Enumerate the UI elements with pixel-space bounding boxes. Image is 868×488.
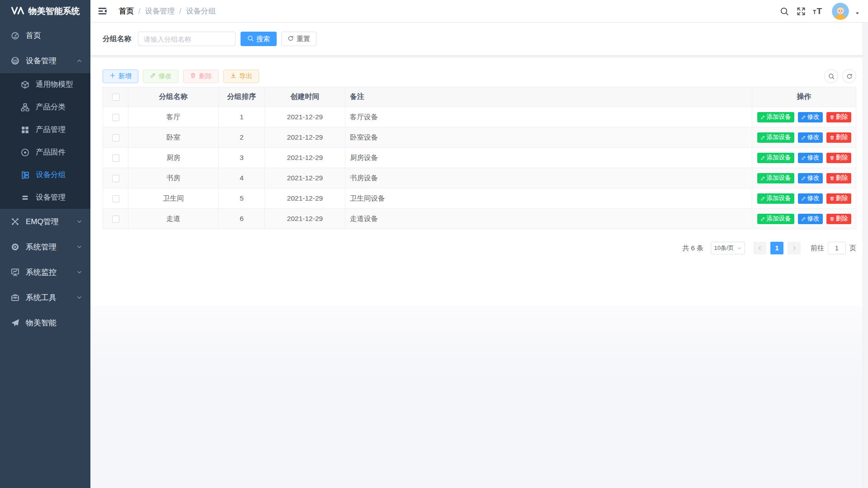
breadcrumb-item[interactable]: 设备管理 (145, 6, 175, 16)
breadcrumb-item[interactable]: 首页 (119, 6, 134, 16)
delete-button[interactable]: 删除 (183, 70, 219, 83)
user-menu-caret-icon[interactable] (855, 11, 860, 16)
row-checkbox[interactable] (112, 175, 119, 182)
refresh-table-button[interactable] (842, 69, 856, 83)
export-button[interactable]: 导出 (223, 70, 259, 83)
trash-icon (830, 135, 835, 140)
edit-button[interactable]: 修改 (143, 70, 179, 83)
edit-row-button[interactable]: 修改 (798, 112, 823, 122)
sidebar-item-wumei-smart[interactable]: 物美智能 (0, 310, 90, 335)
cell-group-name: 客厅 (128, 107, 219, 127)
sidebar-item-product-firmware[interactable]: 产品固件 (0, 141, 90, 164)
sidebar-item-emq-mgmt[interactable]: EMQ管理 (0, 209, 90, 234)
sidebar-item-device-mgmt[interactable]: 设备管理 (0, 48, 90, 73)
cell-group-name: 卧室 (128, 127, 219, 148)
add-device-button[interactable]: 添加设备 (757, 193, 794, 204)
sidebar-item-system-mgmt[interactable]: 系统管理 (0, 234, 90, 259)
add-device-button[interactable]: 添加设备 (757, 153, 794, 163)
scrollbar-gutter[interactable] (863, 23, 868, 488)
breadcrumb-separator: / (179, 7, 182, 15)
cell-created: 2021-12-29 (265, 107, 345, 127)
edit-row-button[interactable]: 修改 (798, 153, 823, 163)
add-device-button[interactable]: 添加设备 (757, 214, 794, 224)
device-mgmt-submenu: 通用物模型产品分类产品管理产品固件设备分组设备管理 (0, 73, 90, 209)
sidebar-item-product-mgmt[interactable]: 产品管理 (0, 118, 90, 141)
group-name-input[interactable] (138, 32, 236, 46)
logo-mark-icon (11, 6, 24, 17)
table-section: 新增 修改 删除 (90, 57, 863, 306)
edit-icon (801, 115, 806, 120)
sidebar-item-label: 物美智能 (26, 318, 57, 328)
page-size-select[interactable]: 10条/页 (711, 242, 745, 254)
cell-remark: 走道设备 (345, 209, 752, 229)
page-number-1[interactable]: 1 (770, 242, 783, 254)
delete-row-button[interactable]: 删除 (826, 214, 851, 224)
edit-row-button[interactable]: 修改 (798, 173, 823, 183)
sidebar-item-device-group[interactable]: 设备分组 (0, 164, 90, 186)
sidebar-item-device-list[interactable]: 设备管理 (0, 186, 90, 209)
row-checkbox[interactable] (112, 134, 119, 141)
toggle-search-button[interactable] (824, 69, 838, 83)
cell-remark: 卫生间设备 (345, 188, 752, 209)
edit-row-button[interactable]: 修改 (798, 132, 823, 143)
table-row: 走道62021-12-29走道设备添加设备修改删除 (103, 209, 856, 229)
delete-row-button[interactable]: 删除 (826, 193, 851, 204)
edit-icon (801, 196, 806, 201)
sidebar-item-home[interactable]: 首页 (0, 23, 90, 48)
col-actions: 操作 (752, 87, 856, 107)
table-toolbar: 新增 修改 删除 (103, 69, 856, 83)
edit-row-button[interactable]: 修改 (798, 193, 823, 204)
add-device-button[interactable]: 添加设备 (757, 173, 794, 183)
header-search-icon[interactable] (779, 6, 789, 16)
prev-page-button[interactable] (753, 242, 766, 254)
trash-icon (830, 196, 835, 201)
col-group-order: 分组排序 (219, 87, 265, 107)
delete-row-button[interactable]: 删除 (826, 173, 851, 183)
bars-icon (21, 193, 30, 202)
sidebar-item-label: 设备分组 (36, 170, 66, 180)
search-button[interactable]: 搜索 (241, 32, 277, 46)
delete-row-button[interactable]: 删除 (826, 153, 851, 163)
goto-page-input[interactable] (828, 242, 846, 254)
delete-row-button[interactable]: 删除 (826, 112, 851, 122)
font-size-icon[interactable]: TT (813, 7, 822, 15)
sidebar-item-label: 产品分类 (36, 102, 66, 112)
select-all-checkbox[interactable] (112, 94, 119, 101)
monitor-icon (11, 267, 20, 277)
delete-row-button[interactable]: 删除 (826, 132, 851, 143)
cell-group-order: 5 (219, 188, 265, 209)
sidebar-item-general-model[interactable]: 通用物模型 (0, 73, 90, 96)
sidebar-item-label: 系统监控 (26, 267, 57, 277)
chevron-down-icon (76, 244, 82, 250)
avatar[interactable] (832, 3, 849, 20)
cell-group-order: 4 (219, 168, 265, 188)
row-checkbox[interactable] (112, 195, 119, 202)
add-device-button[interactable]: 添加设备 (757, 112, 794, 122)
chevron-down-icon (737, 246, 742, 251)
fullscreen-icon[interactable] (796, 6, 806, 16)
add-device-button[interactable]: 添加设备 (757, 132, 794, 143)
chevron-down-icon (76, 295, 82, 300)
next-page-button[interactable] (788, 242, 801, 254)
cell-group-order: 2 (219, 127, 265, 148)
edit-icon (801, 216, 806, 221)
sidebar-item-system-tools[interactable]: 系统工具 (0, 285, 90, 310)
edit-row-button[interactable]: 修改 (798, 214, 823, 224)
cell-created: 2021-12-29 (265, 148, 345, 168)
chevron-up-icon (76, 58, 82, 64)
edit-icon (801, 176, 806, 181)
add-button[interactable]: 新增 (103, 70, 138, 83)
sidebar-item-label: 产品固件 (36, 147, 66, 157)
cell-group-order: 3 (219, 148, 265, 168)
sidebar-collapse-button[interactable] (98, 6, 108, 16)
sidebar-item-system-monitor[interactable]: 系统监控 (0, 259, 90, 285)
row-checkbox[interactable] (112, 216, 119, 223)
row-checkbox[interactable] (112, 114, 119, 121)
sidebar-item-label: 设备管理 (36, 192, 66, 202)
app-logo[interactable]: 物美智能系统 (0, 0, 90, 23)
download-icon (230, 72, 236, 80)
sidebar-item-product-category[interactable]: 产品分类 (0, 96, 90, 118)
reset-button[interactable]: 重置 (281, 32, 316, 46)
cell-remark: 客厅设备 (345, 107, 752, 127)
row-checkbox[interactable] (112, 155, 119, 162)
